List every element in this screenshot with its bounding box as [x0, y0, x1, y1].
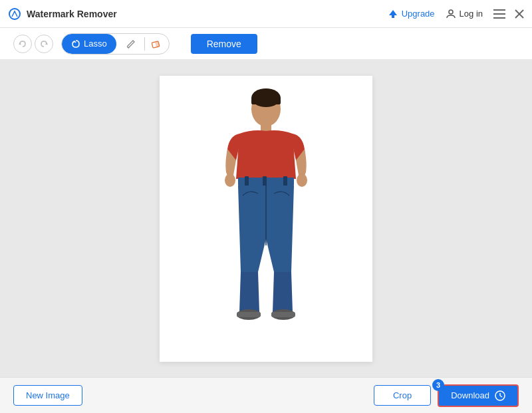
login-button[interactable]: Log in	[446, 9, 483, 19]
upgrade-icon	[388, 9, 398, 19]
download-badge: 3	[432, 379, 444, 391]
svg-rect-6	[493, 17, 505, 19]
title-bar-left: Watermark Remover	[8, 7, 117, 21]
download-button[interactable]: Download	[438, 384, 519, 407]
user-icon	[446, 9, 456, 19]
svg-rect-21	[263, 176, 267, 187]
app-title: Watermark Remover	[27, 9, 117, 19]
svg-rect-4	[493, 9, 505, 11]
download-wrapper: 3 Download	[438, 384, 519, 407]
brush-tool-button[interactable]	[116, 34, 144, 54]
bottom-right: Crop 3 Download	[374, 384, 519, 407]
close-icon	[515, 9, 524, 19]
window-controls	[493, 9, 524, 19]
new-image-button[interactable]: New Image	[13, 385, 82, 406]
main-area	[0, 60, 532, 377]
svg-marker-10	[45, 43, 48, 45]
svg-rect-5	[493, 13, 505, 15]
svg-point-3	[449, 10, 453, 14]
undo-button[interactable]	[13, 35, 32, 53]
brush-icon	[126, 39, 135, 49]
lasso-tool-button[interactable]: Lasso	[62, 34, 116, 54]
nav-buttons	[13, 35, 53, 53]
svg-line-30	[500, 396, 502, 397]
upgrade-button[interactable]: Upgrade	[388, 9, 435, 19]
toolbar: Lasso Remove	[0, 28, 532, 60]
svg-rect-2	[392, 15, 394, 18]
undo-icon	[19, 40, 27, 48]
svg-rect-27	[271, 312, 295, 317]
eraser-icon	[152, 39, 162, 49]
crop-button[interactable]: Crop	[374, 385, 431, 406]
redo-button[interactable]	[35, 35, 53, 53]
remove-button[interactable]: Remove	[191, 34, 257, 54]
person-figure	[200, 86, 332, 352]
svg-rect-22	[283, 176, 287, 187]
menu-icon	[493, 9, 505, 19]
svg-marker-9	[19, 43, 21, 45]
lasso-icon	[71, 39, 80, 49]
svg-rect-15	[251, 98, 281, 104]
menu-button[interactable]	[493, 9, 505, 19]
tool-group: Lasso	[61, 33, 170, 55]
svg-point-17	[225, 174, 235, 187]
app-icon	[8, 7, 21, 21]
redo-icon	[40, 40, 48, 48]
svg-point-18	[297, 174, 307, 187]
svg-rect-20	[245, 176, 249, 187]
title-bar: Watermark Remover Upgrade Log in	[0, 0, 532, 28]
canvas-container	[160, 76, 372, 362]
svg-marker-1	[389, 10, 397, 15]
title-bar-right: Upgrade Log in	[388, 9, 524, 19]
eraser-tool-button[interactable]	[145, 34, 169, 54]
close-button[interactable]	[515, 9, 524, 19]
svg-rect-25	[237, 312, 261, 317]
bottom-bar: New Image Crop 3 Download	[0, 377, 532, 413]
clock-icon	[495, 390, 505, 401]
